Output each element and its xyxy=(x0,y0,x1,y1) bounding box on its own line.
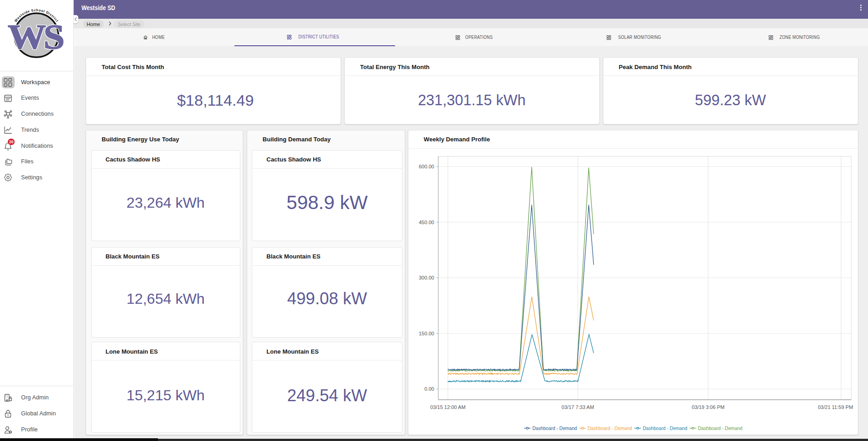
svg-text:0.00: 0.00 xyxy=(424,386,434,392)
svg-text:Dashboard - Demand: Dashboard - Demand xyxy=(698,425,743,430)
svg-text:03/15 12:00 AM: 03/15 12:00 AM xyxy=(430,404,465,409)
svg-text:150.00: 150.00 xyxy=(418,330,434,336)
svg-text:03/19 3:06 PM: 03/19 3:06 PM xyxy=(692,404,725,409)
svg-text:03/17 7:33 AM: 03/17 7:33 AM xyxy=(561,404,594,409)
svg-text:03/21 11:59 PM: 03/21 11:59 PM xyxy=(818,404,853,409)
svg-text:Dashboard - Demand: Dashboard - Demand xyxy=(587,425,632,430)
svg-text:Dashboard - Demand: Dashboard - Demand xyxy=(642,425,687,430)
svg-text:450.00: 450.00 xyxy=(418,219,434,225)
svg-text:300.00: 300.00 xyxy=(418,275,434,280)
svg-text:600.00: 600.00 xyxy=(418,163,434,169)
svg-text:Dashboard - Demand: Dashboard - Demand xyxy=(532,425,577,430)
svg-text:WS: WS xyxy=(8,17,64,55)
